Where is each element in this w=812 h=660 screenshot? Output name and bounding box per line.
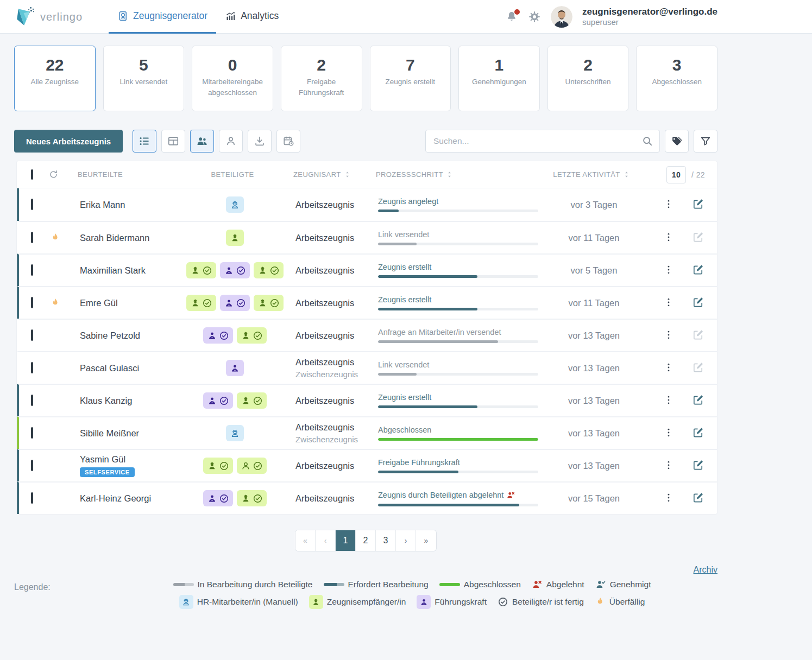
stat-card-2[interactable]: 0Mitarbeitereingabe abgeschlossen	[192, 46, 273, 111]
table-row[interactable]: Pascal GulasciArbeitszeugnisZwischenzeug…	[17, 351, 717, 384]
page-button-1[interactable]: 1	[336, 530, 356, 551]
new-arbeitszeugnis-button[interactable]: Neues Arbeitszeugnis	[14, 130, 123, 153]
beurteilte-name[interactable]: Maximilian Stark	[80, 265, 183, 276]
row-edit-button[interactable]	[691, 198, 705, 212]
beurteilte-name[interactable]: Klaus Kanzig	[80, 396, 183, 406]
brand-logo[interactable]: verlingo	[14, 5, 96, 29]
beurteilte-name[interactable]: Emre Gül	[80, 298, 183, 308]
refresh-icon[interactable]	[48, 169, 59, 180]
progress-bar	[378, 243, 538, 245]
select-all-checkbox[interactable]	[31, 169, 33, 180]
row-step-cell: Zeugnis erstellt	[373, 263, 542, 278]
people-view-button[interactable]	[190, 130, 214, 153]
row-edit-button[interactable]	[691, 263, 705, 277]
row-menu-button[interactable]	[662, 426, 676, 440]
avatar[interactable]	[551, 6, 572, 28]
row-menu-button[interactable]	[662, 328, 676, 342]
page-button-2[interactable]: 2	[356, 530, 376, 551]
list-view-button[interactable]	[133, 130, 156, 153]
stat-card-4[interactable]: 7Zeugnis erstellt	[370, 46, 451, 111]
tab-analytics[interactable]: Analytics	[216, 0, 287, 34]
tags-button[interactable]	[665, 130, 689, 153]
page-button-last[interactable]: »	[416, 530, 436, 551]
stat-card-1[interactable]: 5Link versendet	[103, 46, 185, 111]
row-edit-button[interactable]	[691, 426, 705, 440]
row-edit-button[interactable]	[691, 459, 705, 473]
col-beteiligte[interactable]: BETEILIGTE	[181, 170, 284, 179]
beurteilte-name[interactable]: Sabine Petzold	[80, 331, 183, 341]
row-checkbox[interactable]	[31, 329, 33, 341]
col-prozessschritt[interactable]: PROZESSSCHRITT	[371, 170, 539, 179]
stat-card-0[interactable]: 22Alle Zeugnisse	[14, 46, 96, 111]
row-edit-button[interactable]	[691, 394, 705, 408]
gear-icon[interactable]	[528, 10, 541, 23]
sort-icon[interactable]	[622, 170, 631, 179]
table-view-button[interactable]	[161, 130, 185, 153]
person-view-button[interactable]	[219, 130, 243, 153]
progress-fill	[378, 210, 399, 212]
bell-icon[interactable]	[505, 10, 518, 23]
row-checkbox[interactable]	[31, 199, 33, 210]
beurteilte-name[interactable]: Sarah Bidermann	[80, 233, 183, 243]
stat-card-7[interactable]: 3Abgeschlossen	[636, 46, 717, 111]
download-view-button[interactable]	[248, 130, 272, 153]
page-button-next[interactable]: ›	[396, 530, 416, 551]
beurteilte-name[interactable]: Erika Mann	[80, 200, 183, 210]
person-tie-icon	[230, 363, 240, 373]
table-row[interactable]: Sabine PetzoldArbeitszeugnisAnfrage an M…	[17, 319, 717, 351]
row-checkbox[interactable]	[31, 427, 33, 439]
table-row[interactable]: Emre GülArbeitszeugnisZeugnis erstelltvo…	[17, 286, 717, 319]
row-edit-button[interactable]	[691, 491, 705, 505]
stat-card-5[interactable]: 1Genehmigungen	[458, 46, 540, 111]
table-row[interactable]: Sibille MeißnerArbeitszeugnisZwischenzeu…	[17, 416, 717, 449]
legend-item-role: Führungskraft	[417, 595, 487, 609]
page-button-3[interactable]: 3	[376, 530, 396, 551]
table-row[interactable]: Karl-Heinz GeorgiArbeitszeugnisZeugnis d…	[17, 481, 717, 514]
archive-link[interactable]: Archiv	[694, 565, 717, 574]
beurteilte-name[interactable]: Karl-Heinz Georgi	[80, 493, 183, 504]
page-button-prev[interactable]: ‹	[316, 530, 336, 551]
page-size-select[interactable]: 10	[666, 166, 686, 183]
table-row[interactable]: Sarah BidermannArbeitszeugnisLink versen…	[17, 221, 717, 253]
col-letzte-aktivitaet[interactable]: LETZTE AKTIVITÄT	[539, 170, 644, 179]
row-checkbox[interactable]	[31, 395, 33, 406]
row-menu-button[interactable]	[662, 231, 676, 245]
table-row[interactable]: Yasmin GülSELFSERVICEArbeitszeugnisFreig…	[17, 449, 717, 481]
table-row[interactable]: Erika MannArbeitszeugnisZeugnis angelegt…	[17, 188, 717, 221]
row-menu-button[interactable]	[662, 459, 676, 473]
stat-card-3[interactable]: 2Freigabe Führungskraft	[281, 46, 362, 111]
row-step-cell: Zeugnis erstellt	[373, 393, 542, 408]
sort-icon[interactable]	[445, 170, 454, 179]
page-button-first[interactable]: «	[295, 530, 316, 551]
calendar-clock-view-button[interactable]	[276, 130, 300, 153]
filter-button[interactable]	[694, 130, 717, 153]
row-menu-button[interactable]	[662, 361, 676, 375]
row-checkbox[interactable]	[31, 362, 33, 373]
row-menu-button[interactable]	[662, 263, 676, 277]
row-menu-button[interactable]	[662, 491, 676, 505]
row-checkbox[interactable]	[31, 492, 33, 504]
check-circle-icon	[236, 265, 246, 276]
row-checkbox[interactable]	[31, 264, 33, 276]
col-beurteilte[interactable]: BEURTEILTE	[64, 170, 181, 179]
sort-icon[interactable]	[343, 170, 351, 179]
beurteilte-name[interactable]: Sibille Meißner	[80, 428, 183, 439]
beurteilte-name[interactable]: Yasmin Gül	[80, 454, 183, 465]
row-edit-button[interactable]	[691, 296, 705, 310]
last-activity: vor 13 Tagen	[568, 363, 620, 373]
row-checkbox[interactable]	[31, 232, 33, 243]
beurteilte-name[interactable]: Pascal Gulasci	[80, 363, 183, 373]
row-checkbox[interactable]	[31, 297, 33, 308]
col-zeugnisart[interactable]: ZEUGNISART	[284, 170, 371, 179]
app-header: verlingo Zeugnisgenerator	[0, 0, 812, 34]
tab-zeugnisgenerator[interactable]: Zeugnisgenerator	[109, 0, 216, 34]
row-menu-button[interactable]	[662, 394, 676, 408]
search-input[interactable]	[425, 130, 660, 153]
user-menu[interactable]: zeugnisgenerator@verlingo.de superuser	[582, 6, 717, 28]
row-checkbox[interactable]	[31, 460, 33, 471]
stat-card-6[interactable]: 2Unterschriften	[547, 46, 629, 111]
table-row[interactable]: Maximilian StarkArbeitszeugnisZeugnis er…	[17, 253, 717, 286]
row-menu-button[interactable]	[662, 198, 676, 212]
table-row[interactable]: Klaus KanzigArbeitszeugnisZeugnis erstel…	[17, 384, 717, 416]
row-menu-button[interactable]	[662, 296, 676, 310]
